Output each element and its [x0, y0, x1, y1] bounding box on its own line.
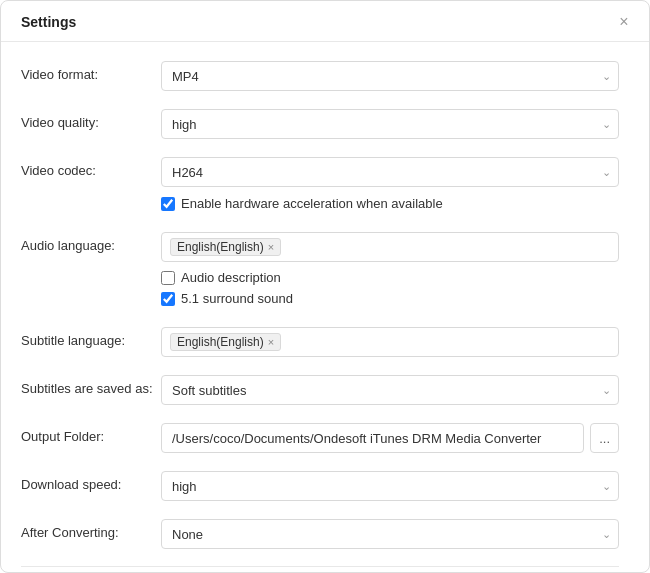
video-quality-control: high medium low ⌄ — [161, 109, 619, 139]
video-codec-control: H264 H265 VP9 ⌄ Enable hardware accelera… — [161, 157, 619, 214]
audio-options-group: English(English) × Audio description 5.1… — [161, 232, 619, 309]
surround-sound-row: 5.1 surround sound — [161, 288, 619, 309]
close-button[interactable]: × — [615, 13, 633, 31]
audio-desc-label: Audio description — [181, 270, 281, 285]
output-folder-label: Output Folder: — [21, 423, 161, 444]
audio-language-label: Audio language: — [21, 232, 161, 253]
audio-desc-row: Audio description — [161, 267, 619, 288]
subtitles-saved-as-row: Subtitles are saved as: Soft subtitles H… — [21, 366, 619, 414]
video-format-control: MP4 MKV AVI ⌄ — [161, 61, 619, 91]
subtitle-language-row: Subtitle language: English(English) × — [21, 318, 619, 366]
window-title: Settings — [21, 14, 76, 30]
output-folder-row: Output Folder: ... — [21, 414, 619, 462]
video-quality-select[interactable]: high medium low — [161, 109, 619, 139]
surround-sound-label: 5.1 surround sound — [181, 291, 293, 306]
hw-accel-row: Enable hardware acceleration when availa… — [161, 193, 619, 214]
subtitles-saved-as-select[interactable]: Soft subtitles Hard subtitles External s… — [161, 375, 619, 405]
video-format-label: Video format: — [21, 61, 161, 82]
video-codec-select[interactable]: H264 H265 VP9 — [161, 157, 619, 187]
audio-language-tag-input[interactable]: English(English) × — [161, 232, 619, 262]
subtitles-saved-as-control: Soft subtitles Hard subtitles External s… — [161, 375, 619, 405]
surround-sound-checkbox[interactable] — [161, 292, 175, 306]
output-folder-control: ... — [161, 423, 619, 453]
hw-accel-checkbox[interactable] — [161, 197, 175, 211]
video-codec-label: Video codec: — [21, 157, 161, 178]
hw-accel-label: Enable hardware acceleration when availa… — [181, 196, 443, 211]
settings-window: Settings × Video format: MP4 MKV AVI ⌄ V… — [0, 0, 650, 573]
audio-desc-checkbox[interactable] — [161, 271, 175, 285]
subtitle-language-tag: English(English) × — [170, 333, 281, 351]
after-converting-control: None Open folder Shut down ⌄ — [161, 519, 619, 549]
audio-language-tag-text: English(English) — [177, 240, 264, 254]
output-folder-input-group: ... — [161, 423, 619, 453]
download-speed-select-wrapper: high medium low ⌄ — [161, 471, 619, 501]
video-format-select[interactable]: MP4 MKV AVI — [161, 61, 619, 91]
video-codec-select-wrapper: H264 H265 VP9 ⌄ — [161, 157, 619, 187]
audio-language-row: Audio language: English(English) × Audio… — [21, 223, 619, 318]
audio-language-tag-close[interactable]: × — [268, 241, 274, 253]
subtitle-language-label: Subtitle language: — [21, 327, 161, 348]
video-quality-label: Video quality: — [21, 109, 161, 130]
subtitle-language-tag-text: English(English) — [177, 335, 264, 349]
subtitle-language-control: English(English) × — [161, 327, 619, 357]
video-quality-select-wrapper: high medium low ⌄ — [161, 109, 619, 139]
download-speed-row: Download speed: high medium low ⌄ — [21, 462, 619, 510]
download-speed-label: Download speed: — [21, 471, 161, 492]
output-folder-browse-button[interactable]: ... — [590, 423, 619, 453]
audio-language-control: English(English) × Audio description 5.1… — [161, 232, 619, 309]
video-format-select-wrapper: MP4 MKV AVI ⌄ — [161, 61, 619, 91]
subtitle-language-tag-input[interactable]: English(English) × — [161, 327, 619, 357]
video-quality-row: Video quality: high medium low ⌄ — [21, 100, 619, 148]
audio-language-tag: English(English) × — [170, 238, 281, 256]
after-converting-select[interactable]: None Open folder Shut down — [161, 519, 619, 549]
title-bar: Settings × — [1, 1, 649, 42]
video-codec-row: Video codec: H264 H265 VP9 ⌄ Enable hard… — [21, 148, 619, 223]
after-converting-select-wrapper: None Open folder Shut down ⌄ — [161, 519, 619, 549]
subtitles-saved-as-label: Subtitles are saved as: — [21, 375, 161, 396]
download-speed-control: high medium low ⌄ — [161, 471, 619, 501]
after-converting-label: After Converting: — [21, 519, 161, 540]
settings-content: Video format: MP4 MKV AVI ⌄ Video qualit… — [1, 42, 649, 572]
video-format-row: Video format: MP4 MKV AVI ⌄ — [21, 52, 619, 100]
subtitles-saved-as-select-wrapper: Soft subtitles Hard subtitles External s… — [161, 375, 619, 405]
divider — [21, 566, 619, 567]
output-folder-input[interactable] — [161, 423, 584, 453]
subtitle-language-tag-close[interactable]: × — [268, 336, 274, 348]
download-speed-select[interactable]: high medium low — [161, 471, 619, 501]
after-converting-row: After Converting: None Open folder Shut … — [21, 510, 619, 558]
